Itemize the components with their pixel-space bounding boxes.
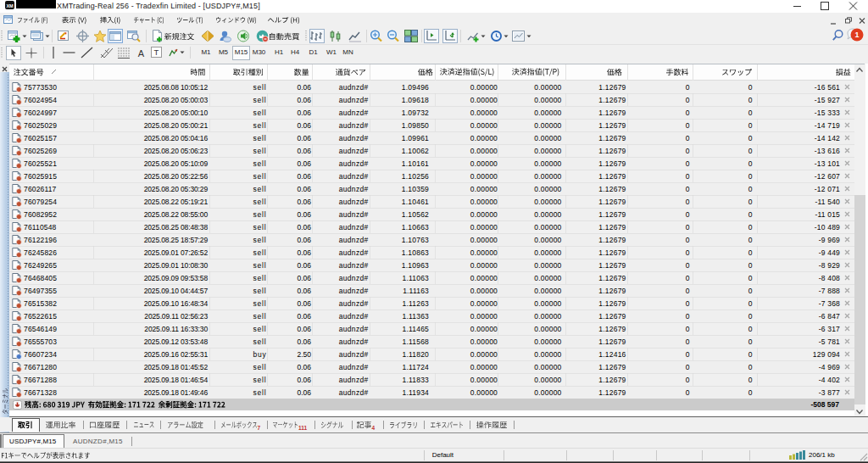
svg-text:1: 1 <box>854 31 859 39</box>
svg-text:XM: XM <box>6 3 14 8</box>
svg-text:A: A <box>138 48 145 59</box>
svg-text:T: T <box>154 47 159 57</box>
